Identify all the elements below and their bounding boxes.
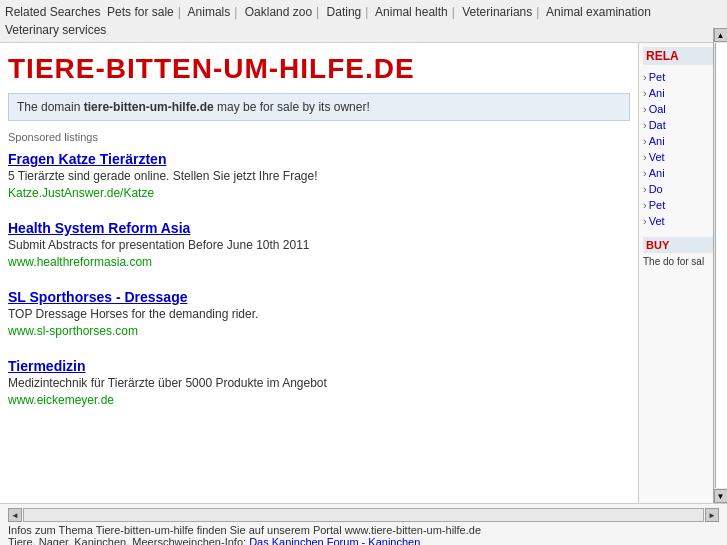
- listing-3-desc: TOP Dressage Horses for the demanding ri…: [8, 307, 630, 321]
- sidebar-link-0[interactable]: ›Pet: [643, 69, 723, 85]
- top-bar: Related Searches Pets for sale| Animals|…: [0, 0, 727, 43]
- sidebar-rela-label: RELA: [643, 47, 723, 65]
- sidebar-link-8[interactable]: ›Pet: [643, 197, 723, 213]
- listing-3: SL Sporthorses - Dressage TOP Dressage H…: [8, 289, 630, 342]
- listing-2-desc: Submit Abstracts for presentation Before…: [8, 238, 630, 252]
- scroll-up-button[interactable]: ▲: [714, 28, 728, 42]
- listing-3-title[interactable]: SL Sporthorses - Dressage: [8, 289, 630, 305]
- top-link-animalexam[interactable]: Animal examination: [546, 5, 651, 19]
- listing-1-title[interactable]: Fragen Katze Tierärzten: [8, 151, 630, 167]
- h-scroll-track[interactable]: [23, 508, 704, 522]
- listing-4-title[interactable]: Tiermedizin: [8, 358, 630, 374]
- top-link-pets[interactable]: Pets for sale: [107, 5, 174, 19]
- bottom-text-1: Infos zum Thema Tiere-bitten-um-hilfe fi…: [8, 524, 719, 536]
- sidebar-link-6[interactable]: ›Ani: [643, 165, 723, 181]
- scroll-left-button[interactable]: ◄: [8, 508, 22, 522]
- top-link-animalhealth[interactable]: Animal health: [375, 5, 448, 19]
- main-wrapper: TIERE-BITTEN-UM-HILFE.DE The domain tier…: [0, 43, 727, 518]
- top-link-oakland[interactable]: Oakland zoo: [245, 5, 312, 19]
- bottom-bar: ◄ ► Infos zum Thema Tiere-bitten-um-hilf…: [0, 503, 727, 545]
- bottom-text-2: Tiere, Nager, Kaninchen, Meerschweinchen…: [8, 536, 719, 545]
- sidebar-link-1[interactable]: ›Ani: [643, 85, 723, 101]
- vertical-scrollbar: ▲ ▼: [713, 28, 727, 503]
- listing-1-url[interactable]: Katze.JustAnswer.de/Katze: [8, 186, 154, 200]
- related-searches-label: Related Searches: [5, 5, 100, 19]
- scroll-right-button[interactable]: ►: [705, 508, 719, 522]
- listing-1-desc: 5 Tierärzte sind gerade online. Stellen …: [8, 169, 630, 183]
- top-link-vets[interactable]: Veterinarians: [462, 5, 532, 19]
- horizontal-scrollbar: ◄ ►: [8, 508, 719, 522]
- sidebar-link-7[interactable]: ›Do: [643, 181, 723, 197]
- sidebar-buy-label: BUY: [643, 237, 723, 253]
- sidebar-link-9[interactable]: ›Vet: [643, 213, 723, 229]
- top-link-dating[interactable]: Dating: [327, 5, 362, 19]
- sidebar-link-2[interactable]: ›Oal: [643, 101, 723, 117]
- listing-2-url[interactable]: www.healthreformasia.com: [8, 255, 152, 269]
- listing-4-desc: Medizintechnik für Tierärzte über 5000 P…: [8, 376, 630, 390]
- scroll-down-button[interactable]: ▼: [714, 489, 728, 503]
- listing-2: Health System Reform Asia Submit Abstrac…: [8, 220, 630, 273]
- top-link-animals[interactable]: Animals: [188, 5, 231, 19]
- bottom-link[interactable]: Das Kaninchen Forum - Kaninchen: [249, 536, 420, 545]
- sidebar-link-5[interactable]: ›Vet: [643, 149, 723, 165]
- top-link-vetservices[interactable]: Veterinary services: [5, 23, 106, 37]
- domain-name: tiere-bitten-um-hilfe.de: [84, 100, 214, 114]
- info-bar: The domain tiere-bitten-um-hilfe.de may …: [8, 93, 630, 121]
- sidebar-link-3[interactable]: ›Dat: [643, 117, 723, 133]
- sidebar-buy-text: The do for sal: [643, 256, 723, 267]
- listing-2-title[interactable]: Health System Reform Asia: [8, 220, 630, 236]
- listing-4-url[interactable]: www.eickemeyer.de: [8, 393, 114, 407]
- listing-1: Fragen Katze Tierärzten 5 Tierärzte sind…: [8, 151, 630, 204]
- main-content: TIERE-BITTEN-UM-HILFE.DE The domain tier…: [0, 43, 639, 518]
- sponsored-label: Sponsored listings: [8, 131, 630, 143]
- domain-title: TIERE-BITTEN-UM-HILFE.DE: [8, 43, 630, 93]
- listing-4: Tiermedizin Medizintechnik für Tierärzte…: [8, 358, 630, 411]
- sidebar-link-4[interactable]: ›Ani: [643, 133, 723, 149]
- listing-3-url[interactable]: www.sl-sporthorses.com: [8, 324, 138, 338]
